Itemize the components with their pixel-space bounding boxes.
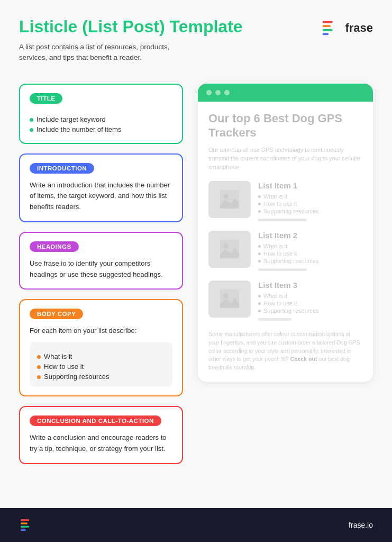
bullet-dot-orange-2 bbox=[37, 365, 41, 369]
list-item-bullets-2: What is it How to use it Supporting reso… bbox=[258, 242, 319, 265]
headings-section-box: HEADINGS Use frase.io to identify your c… bbox=[19, 232, 183, 290]
intro-section-box: INTRODUCTION Write an introduction that … bbox=[19, 153, 183, 222]
svg-rect-0 bbox=[323, 21, 333, 23]
svg-rect-10 bbox=[21, 519, 29, 521]
left-column: TITLE Include target keyword Include the… bbox=[19, 84, 188, 464]
browser-bar bbox=[198, 84, 373, 102]
body-label: BODY COPY bbox=[30, 309, 83, 319]
svg-rect-3 bbox=[323, 33, 329, 35]
browser-body: Our top 6 Best Dog GPS Trackers Our roun… bbox=[198, 102, 373, 382]
title-section-box: TITLE Include target keyword Include the… bbox=[19, 84, 183, 144]
title-bullet-2: Include the number of items bbox=[30, 124, 172, 134]
body-text: For each item on your list describe: bbox=[30, 326, 172, 337]
list-item-row-2: List Item 2 What is it How to use it Sup… bbox=[208, 231, 362, 271]
list-item-row-3: List Item 3 What is it How to use it Sup… bbox=[208, 281, 362, 321]
li2-bullet-3: Supporting resources bbox=[258, 257, 319, 265]
svg-point-9 bbox=[223, 293, 229, 299]
li1-bullet-2: How to use it bbox=[258, 200, 319, 207]
svg-point-7 bbox=[223, 243, 229, 249]
conclusion-text: Write a conclusion and encourage readers… bbox=[30, 432, 172, 455]
headings-label: HEADINGS bbox=[30, 241, 79, 252]
li1-bullet-3: Supporting resources bbox=[258, 207, 319, 215]
list-item-image-3 bbox=[208, 281, 251, 318]
page-title: Listicle (List Post) Template bbox=[19, 17, 243, 37]
line-placeholder-2 bbox=[258, 268, 307, 271]
article-intro: Our roundup all use GPS technology to co… bbox=[208, 146, 362, 172]
footer-logo-icon bbox=[19, 517, 36, 534]
list-item-row-1: List Item 1 What is it How to use it Sup… bbox=[208, 181, 362, 221]
frase-logo-text: frase bbox=[345, 21, 373, 35]
list-item-content-2: List Item 2 What is it How to use it Sup… bbox=[258, 231, 319, 271]
li2-bullet-1: What is it bbox=[258, 242, 319, 250]
list-item-content-1: List Item 1 What is it How to use it Sup… bbox=[258, 181, 319, 221]
article-conclusion: Some manufacturers offer colour customis… bbox=[208, 330, 362, 372]
li3-bullet-2: How to use it bbox=[258, 300, 319, 307]
list-item-image-2 bbox=[208, 231, 251, 268]
list-item-title-3: List Item 3 bbox=[258, 281, 319, 290]
browser-mock: Our top 6 Best Dog GPS Trackers Our roun… bbox=[198, 84, 373, 382]
body-bullets: What is it How to use it Supporting reso… bbox=[37, 351, 165, 382]
frase-logo: frase bbox=[321, 18, 373, 38]
li2-bullet-2: How to use it bbox=[258, 250, 319, 257]
intro-text: Write an introduction that includes the … bbox=[30, 180, 172, 213]
list-item-title-1: List Item 1 bbox=[258, 181, 319, 190]
conclusion-label: CONCLUSION AND CALL-TO-ACTION bbox=[30, 415, 161, 426]
title-label: TITLE bbox=[30, 93, 62, 104]
svg-rect-11 bbox=[21, 522, 28, 524]
right-column: Our top 6 Best Dog GPS Trackers Our roun… bbox=[198, 84, 373, 382]
body-bullet-3: Supporting resources bbox=[37, 372, 165, 382]
body-inner-box: What is it How to use it Supporting reso… bbox=[30, 342, 172, 387]
list-item-title-2: List Item 2 bbox=[258, 231, 319, 240]
list-item-content-3: List Item 3 What is it How to use it Sup… bbox=[258, 281, 319, 321]
svg-point-5 bbox=[223, 194, 229, 199]
browser-dot-1 bbox=[206, 90, 212, 95]
svg-rect-2 bbox=[323, 29, 333, 31]
svg-rect-1 bbox=[323, 25, 331, 27]
bullet-dot-orange-1 bbox=[37, 355, 41, 359]
footer-url: frase.io bbox=[349, 521, 373, 529]
bullet-dot-orange-3 bbox=[37, 375, 41, 379]
page-subtitle: A list post contains a list of resources… bbox=[19, 42, 183, 64]
body-bullet-2: How to use it bbox=[37, 362, 165, 372]
headings-text: Use frase.io to identify your competitor… bbox=[30, 258, 172, 281]
li3-bullet-1: What is it bbox=[258, 292, 319, 300]
body-bullet-1: What is it bbox=[37, 351, 165, 362]
li1-bullet-1: What is it bbox=[258, 193, 319, 200]
bullet-dot-green-2 bbox=[30, 128, 33, 132]
svg-rect-13 bbox=[21, 529, 26, 531]
title-bullets: Include target keyword Include the numbe… bbox=[30, 114, 172, 134]
browser-dot-3 bbox=[224, 90, 230, 95]
svg-rect-12 bbox=[21, 526, 29, 528]
conclusion-section-box: CONCLUSION AND CALL-TO-ACTION Write a co… bbox=[19, 406, 183, 464]
browser-dot-2 bbox=[215, 90, 221, 95]
body-section-box: BODY COPY For each item on your list des… bbox=[19, 299, 183, 396]
footer-logo bbox=[19, 517, 36, 534]
line-placeholder-1 bbox=[258, 219, 307, 221]
line-placeholder-3 bbox=[258, 318, 291, 321]
list-item-image-1 bbox=[208, 181, 251, 218]
footer: frase.io bbox=[0, 508, 392, 542]
list-item-bullets-3: What is it How to use it Supporting reso… bbox=[258, 292, 319, 314]
title-bullet-1: Include target keyword bbox=[30, 114, 172, 124]
article-title: Our top 6 Best Dog GPS Trackers bbox=[208, 111, 362, 140]
bullet-dot-green-1 bbox=[30, 118, 33, 122]
list-item-bullets-1: What is it How to use it Supporting reso… bbox=[258, 193, 319, 215]
li3-bullet-3: Supporting resources bbox=[258, 307, 319, 314]
intro-label: INTRODUCTION bbox=[30, 163, 94, 174]
